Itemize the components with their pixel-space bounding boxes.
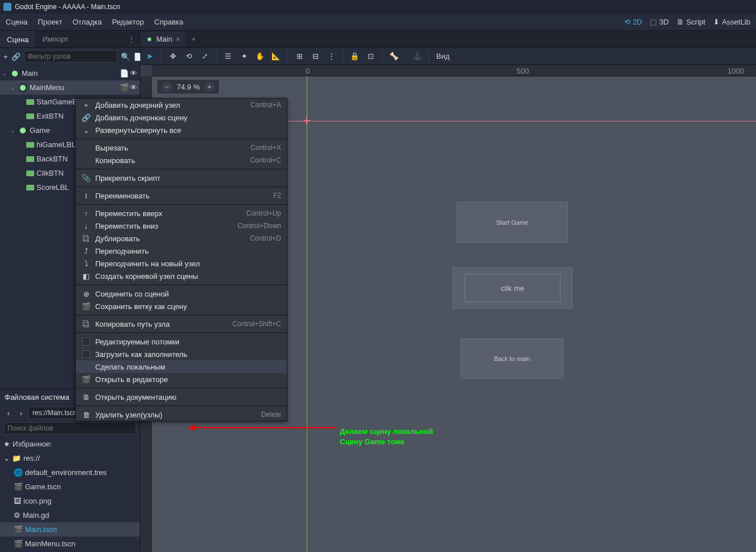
canvas-clik-button: clik me <box>453 267 572 309</box>
context-menu-item[interactable]: +Добавить дочерний узелControl+A <box>76 99 287 111</box>
context-menu-item[interactable]: ⿻ДублироватьControl+D <box>76 232 287 245</box>
nav-fwd-icon[interactable]: › <box>16 408 26 418</box>
control-icon <box>10 69 19 78</box>
context-menu-item[interactable]: 🔗Добавить дочернюю сцену <box>76 111 287 124</box>
button-icon <box>26 113 34 119</box>
scene-icon: 🎬 <box>14 539 23 548</box>
control-icon <box>18 126 27 135</box>
context-menu-item[interactable]: ⿻Копировать путь узлаControl+Shift+C <box>76 318 287 330</box>
fs-file-main[interactable]: 🎬Main.tscn <box>0 522 140 537</box>
context-menu-item[interactable]: 🎬Открыть в редакторе <box>76 373 287 385</box>
mode-2d-button[interactable]: ⟲2D <box>624 18 643 26</box>
bone-icon[interactable]: 🦴 <box>389 52 399 61</box>
context-menu-item[interactable]: Сделать локальным <box>76 360 287 373</box>
env-icon: 🌐 <box>14 468 23 477</box>
context-menu-item[interactable]: IПереименоватьF2 <box>76 189 287 202</box>
snap-menu-icon[interactable]: ⋮ <box>327 52 336 61</box>
add-tab-icon[interactable]: + <box>186 35 202 43</box>
move-tool-icon[interactable]: ✥ <box>168 52 177 61</box>
context-menu-item[interactable]: ⤴Переподчинить <box>76 245 287 257</box>
snap-icon[interactable]: ⊞ <box>295 52 304 61</box>
origin-marker-icon <box>303 117 310 124</box>
mode-script-button[interactable]: 🗎Script <box>677 18 705 26</box>
anchor-icon[interactable]: ⚓ <box>413 52 422 61</box>
tab-import[interactable]: Импорт <box>35 31 75 47</box>
menubar: Сцена Проект Отладка Редактор Справка ⟲2… <box>0 14 756 31</box>
fs-file[interactable]: 🎬Game.tscn <box>0 480 140 494</box>
nav-back-icon[interactable]: ‹ <box>3 408 14 418</box>
dock-menu-icon[interactable]: ⋮ <box>123 35 140 43</box>
scene-toolbar: + 🔗 🔍 📄 <box>0 48 140 65</box>
fs-file[interactable]: ⚙Main.gd <box>0 508 140 522</box>
menu-scene[interactable]: Сцена <box>6 18 27 26</box>
godot-logo-icon <box>3 3 11 11</box>
zoom-control: − 74.9 % + <box>157 80 219 94</box>
view-menu[interactable]: Вид <box>436 52 450 60</box>
mode-assetlib-button[interactable]: ⬇AssetLib <box>713 18 750 26</box>
lock-icon[interactable]: 🔒 <box>350 52 359 61</box>
mode-3d-button[interactable]: ⬚3D <box>650 18 669 26</box>
titlebar: Godot Engine - AAAAA - Main.tscn <box>0 0 756 14</box>
zoom-in-button[interactable]: + <box>204 82 214 92</box>
context-menu-item[interactable]: 📎Прикрепить скрипт <box>76 172 287 184</box>
scene-tab-main[interactable]: Main × <box>140 32 186 46</box>
visibility-icon[interactable]: 👁 <box>130 69 137 78</box>
context-menu-item[interactable]: ↑Переместить вверхControl+Up <box>76 207 287 220</box>
rotate-tool-icon[interactable]: ⟲ <box>184 52 193 61</box>
link-scene-icon[interactable]: 🔗 <box>11 51 21 62</box>
fs-file[interactable]: 🌐default_environment.tres <box>0 465 140 480</box>
close-tab-icon[interactable]: × <box>176 35 180 43</box>
group-icon[interactable]: ⊡ <box>366 52 375 61</box>
ruler-tool-icon[interactable]: 📐 <box>271 52 281 61</box>
context-menu-item[interactable]: ⊕Соединить со сценой <box>76 287 287 300</box>
fs-file[interactable]: 🎬MainMenu.tscn <box>0 537 140 551</box>
control-icon <box>146 36 153 43</box>
button-icon <box>26 171 34 176</box>
script-badge-icon[interactable]: 📄 <box>120 69 129 78</box>
menu-help[interactable]: Справка <box>155 18 184 26</box>
fs-file[interactable]: 🖼icon.png <box>0 494 140 508</box>
context-menu-item[interactable]: Редактируемые потомки <box>76 335 287 348</box>
tree-node-main[interactable]: ⌄ Main 📄👁 <box>0 66 140 80</box>
zoom-out-button[interactable]: − <box>162 82 172 92</box>
visibility-icon[interactable]: 👁 <box>130 83 137 92</box>
menu-project[interactable]: Проект <box>38 18 62 26</box>
zoom-value: 74.9 % <box>177 83 200 91</box>
select-tool-icon[interactable]: ➤ <box>145 52 154 61</box>
folder-icon: 📁 <box>12 454 21 462</box>
context-menu-item[interactable]: 🗎Открыть документацию <box>76 391 287 403</box>
menu-debug[interactable]: Отладка <box>72 18 101 26</box>
context-menu-item[interactable]: 🗑Удалить узел(узлы)Delete <box>76 408 287 421</box>
context-menu: +Добавить дочерний узелControl+A🔗Добавит… <box>75 98 287 421</box>
search-files-input[interactable] <box>3 422 136 435</box>
tab-scene[interactable]: Сцена <box>0 31 35 47</box>
ruler-horizontal: 0 500 1000 <box>152 65 756 76</box>
context-menu-item[interactable]: 🎬Сохранить ветку как сцену <box>76 300 287 312</box>
context-menu-item[interactable]: ◧Создать корневой узел сцены <box>76 270 287 282</box>
image-icon: 🖼 <box>14 497 21 505</box>
filter-nodes-input[interactable] <box>24 50 117 63</box>
scene-dock-tabs: Сцена Импорт ⋮ <box>0 31 140 48</box>
menu-editor[interactable]: Редактор <box>112 18 144 26</box>
context-menu-item[interactable]: Загрузить как заполнитель <box>76 348 287 360</box>
context-menu-item[interactable]: КопироватьControl+C <box>76 154 287 167</box>
fs-root[interactable]: ⌄📁res:// <box>0 451 140 465</box>
download-icon: ⬇ <box>713 18 720 26</box>
scale-tool-icon[interactable]: ⤢ <box>200 52 209 61</box>
tree-node-mainmenu[interactable]: ⌄ MainMenu 🎬👁 <box>0 80 140 95</box>
pivot-tool-icon[interactable]: ✦ <box>239 52 249 61</box>
pan-tool-icon[interactable]: ✋ <box>255 52 265 61</box>
context-menu-item[interactable]: ВырезатьControl+X <box>76 141 287 154</box>
add-node-icon[interactable]: + <box>3 51 8 62</box>
instance-icon[interactable]: 🎬 <box>120 83 129 92</box>
context-menu-item[interactable]: ⤵Переподчинить на новый узел <box>76 257 287 270</box>
window-title: Godot Engine - AAAAA - Main.tscn <box>15 3 120 11</box>
search-icon[interactable]: 🔍 <box>121 51 130 62</box>
label-icon <box>26 142 34 148</box>
label-icon <box>26 185 34 190</box>
fs-favorites[interactable]: ★Избранное: <box>0 437 140 451</box>
list-tool-icon[interactable]: ☰ <box>223 52 233 61</box>
context-menu-item[interactable]: ⌄Развернуть/свернуть все <box>76 124 287 136</box>
snap-config-icon[interactable]: ⊟ <box>311 52 320 61</box>
context-menu-item[interactable]: ↓Переместить внизControl+Down <box>76 220 287 232</box>
